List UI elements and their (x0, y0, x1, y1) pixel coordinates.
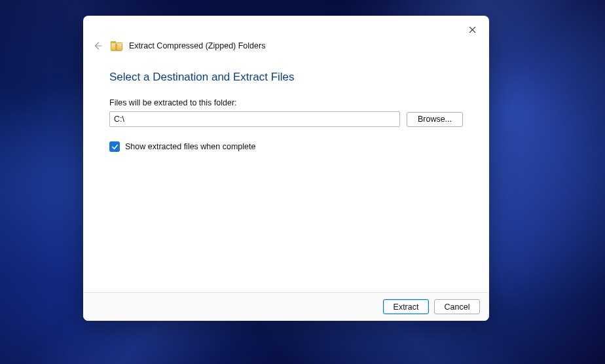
dialog-content: Select a Destination and Extract Files F… (83, 63, 489, 292)
back-button[interactable] (91, 39, 104, 52)
wizard-title: Extract Compressed (Zipped) Folders (129, 41, 265, 50)
show-extracted-label[interactable]: Show extracted files when complete (125, 142, 255, 151)
close-icon (469, 26, 476, 33)
show-extracted-checkbox[interactable] (109, 141, 120, 152)
checkmark-icon (111, 143, 119, 151)
cancel-button[interactable]: Cancel (434, 299, 480, 314)
destination-path-input[interactable] (109, 111, 400, 127)
browse-button[interactable]: Browse... (407, 112, 463, 127)
extract-button[interactable]: Extract (383, 299, 429, 314)
arrow-left-icon (93, 41, 102, 50)
dialog-titlebar (83, 16, 489, 42)
extract-dialog: Extract Compressed (Zipped) Folders Sele… (83, 16, 489, 321)
page-heading: Select a Destination and Extract Files (109, 71, 463, 84)
close-button[interactable] (458, 20, 486, 39)
dialog-footer: Extract Cancel (83, 292, 489, 321)
wizard-header: Extract Compressed (Zipped) Folders (83, 39, 489, 63)
path-label: Files will be extracted to this folder: (109, 98, 463, 107)
show-extracted-row: Show extracted files when complete (109, 141, 463, 152)
zipped-folder-icon (111, 41, 122, 51)
path-row: Browse... (109, 111, 463, 127)
